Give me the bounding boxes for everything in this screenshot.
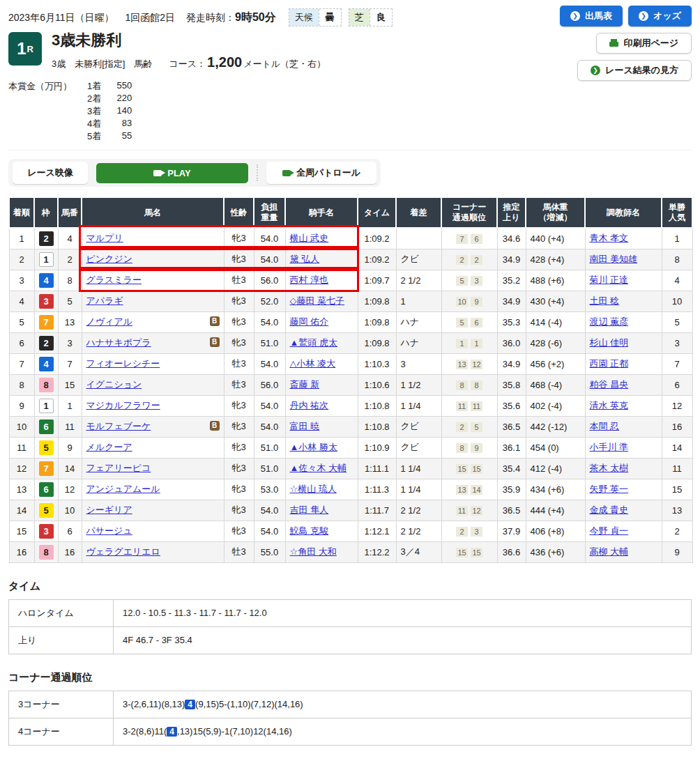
prize-item: 2着220: [87, 93, 132, 105]
shutsuba-button[interactable]: ❯ 出馬表: [560, 6, 623, 26]
jockey-link[interactable]: ▲鷲頭 虎太: [290, 337, 337, 348]
body-weight: 402 (-4): [526, 395, 585, 416]
jockey-cell: 斎藤 新: [285, 374, 358, 395]
jockey-link[interactable]: ◇藤田 菜七子: [290, 295, 345, 306]
horse-name-link[interactable]: メルクーア: [86, 442, 132, 452]
corner-position-box: 11: [456, 506, 468, 516]
result-row: 911マジカルフラワー牝354.0丹内 祐次1:10.81 1/4111135.…: [9, 395, 692, 416]
margin: クビ: [396, 416, 441, 437]
corner-order-text: (9,15)5-(1,10)(7,12)(14,16): [195, 699, 303, 709]
horse-name-link[interactable]: ピンクジン: [86, 254, 133, 264]
finish-time: 1:09.8: [358, 332, 396, 353]
finish-position: 16: [9, 541, 34, 562]
horse-name-link[interactable]: シーギリア: [86, 505, 132, 515]
horse-name-link[interactable]: フィオーレシチー: [86, 358, 160, 369]
trainer-link[interactable]: 小手川 準: [590, 442, 629, 452]
horse-name-cell: フィオーレシチー: [82, 353, 224, 374]
waku-number-box: 4: [39, 357, 54, 371]
trainer-link[interactable]: 土田 稔: [590, 295, 620, 306]
jockey-link[interactable]: ▲佐々木 大輔: [290, 463, 347, 473]
jockey-link[interactable]: 富田 暁: [290, 421, 320, 431]
trainer-link[interactable]: 杉山 佳明: [590, 337, 629, 348]
jockey-link[interactable]: ▲小林 勝太: [290, 442, 337, 452]
finish-time: 1:10.6: [358, 374, 396, 395]
horse-name-link[interactable]: パサージュ: [86, 525, 132, 536]
weather-label: 天候: [289, 9, 319, 26]
trainer-link[interactable]: 矢野 英一: [590, 484, 629, 494]
col-header-margin: 着差: [396, 197, 441, 228]
horse-name-link[interactable]: イグニション: [86, 379, 142, 390]
margin: ハナ: [396, 332, 441, 353]
trainer-link[interactable]: 南田 美知雄: [590, 254, 638, 264]
horse-name-link[interactable]: フェアリーピコ: [86, 463, 151, 473]
estimated-agari: 34.9: [497, 353, 526, 374]
jockey-link[interactable]: ☆角田 大和: [290, 546, 337, 557]
race-video-button-label: レース映像: [27, 167, 73, 179]
trainer-link[interactable]: 茶木 太樹: [590, 463, 629, 473]
load-weight: 54.0: [254, 249, 285, 270]
horse-name-link[interactable]: アンジュアムール: [86, 484, 160, 494]
jockey-link[interactable]: 藤岡 佑介: [290, 316, 329, 327]
trainer-link[interactable]: 金成 貴史: [590, 505, 629, 515]
horse-name-link[interactable]: グラスミラー: [86, 275, 142, 285]
horse-name-link[interactable]: マジカルフラワー: [86, 400, 160, 410]
jockey-link[interactable]: ☆横山 琉人: [290, 484, 337, 494]
horse-name-link[interactable]: ハナサキポプラ: [86, 337, 151, 348]
waku-number-box: 6: [39, 482, 54, 497]
trainer-link[interactable]: 粕谷 昌央: [590, 379, 629, 390]
trainer-link[interactable]: 今野 貞一: [590, 525, 629, 536]
jockey-link[interactable]: 鮫島 克駿: [290, 525, 329, 536]
result-row: 16816ヴェラグエリエロ牡355.0☆角田 大和1:12.23／4151536…: [9, 541, 692, 562]
win-popularity: 7: [662, 353, 692, 374]
jockey-link[interactable]: 吉田 隼人: [290, 505, 329, 515]
trainer-link[interactable]: 菊川 正達: [590, 275, 629, 285]
finish-position: 8: [9, 374, 34, 395]
load-weight: 54.0: [254, 311, 285, 332]
winner-number-highlight: 4: [185, 700, 195, 709]
waku-cell: 1: [34, 395, 58, 416]
win-popularity: 4: [662, 270, 692, 291]
horse-name-link[interactable]: アパラギ: [86, 295, 123, 306]
table-row: 3コーナー 3-(2,6,11)(8,13)4(9,15)5-(1,10)(7,…: [9, 691, 692, 718]
patrol-video-button[interactable]: 全周パトロール: [266, 162, 376, 184]
body-weight: 436 (+6): [526, 541, 585, 562]
trainer-link[interactable]: 青木 孝文: [590, 233, 629, 243]
trainer-link[interactable]: 清水 英克: [590, 400, 629, 410]
body-weight: 488 (+6): [526, 270, 585, 291]
corner-position-box: 6: [471, 318, 482, 328]
result-row: 747フィオーレシチー牡354.0△小林 凌大1:10.33131234.945…: [9, 353, 692, 374]
waku-cell: 7: [34, 311, 58, 332]
jockey-link[interactable]: 西村 淳也: [290, 275, 329, 285]
jockey-link[interactable]: 横山 武史: [290, 233, 329, 243]
result-guide-button[interactable]: ❯ レース結果の見方: [577, 60, 692, 81]
horse-name-link[interactable]: ヴェラグエリエロ: [86, 546, 160, 557]
jockey-link[interactable]: 斎藤 新: [290, 379, 320, 390]
corner-table: 3コーナー 3-(2,6,11)(8,13)4(9,15)5-(1,10)(7,…: [8, 691, 692, 746]
col-header-jockey: 騎手名: [285, 197, 358, 228]
race-title: 3歳未勝利: [52, 32, 326, 49]
trainer-link[interactable]: 渡辺 薫彦: [590, 316, 629, 327]
horse-name-link[interactable]: モルフェブーケ: [86, 421, 151, 431]
horse-number: 8: [58, 270, 82, 291]
waku-number-box: 6: [39, 419, 54, 434]
odds-button[interactable]: ❯ オッズ: [628, 6, 692, 26]
waku-number-box: 8: [39, 545, 54, 560]
horse-name-link[interactable]: ノヴィアル: [86, 316, 133, 327]
print-page-button[interactable]: 印刷用ページ: [596, 33, 692, 54]
body-weight: 442 (-12): [526, 416, 585, 437]
trainer-link[interactable]: 本間 忍: [590, 421, 620, 431]
jockey-link[interactable]: 黛 弘人: [290, 254, 320, 264]
corner-position-box: 9: [471, 297, 482, 307]
prize-rank: 5着: [87, 130, 101, 143]
corner-positions: 89: [441, 437, 497, 458]
waku-number-box: 7: [39, 461, 54, 476]
horse-name-link[interactable]: マルプリ: [86, 233, 123, 243]
trainer-link[interactable]: 高柳 大輔: [590, 546, 629, 557]
jockey-link[interactable]: △小林 凌大: [290, 358, 336, 369]
play-button[interactable]: PLAY: [96, 163, 248, 183]
trainer-link[interactable]: 西園 正都: [590, 358, 629, 369]
load-weight: 54.0: [254, 416, 285, 437]
race-video-button[interactable]: レース映像: [13, 162, 88, 184]
jockey-link[interactable]: 丹内 祐次: [290, 400, 329, 410]
play-button-label: PLAY: [167, 168, 190, 178]
